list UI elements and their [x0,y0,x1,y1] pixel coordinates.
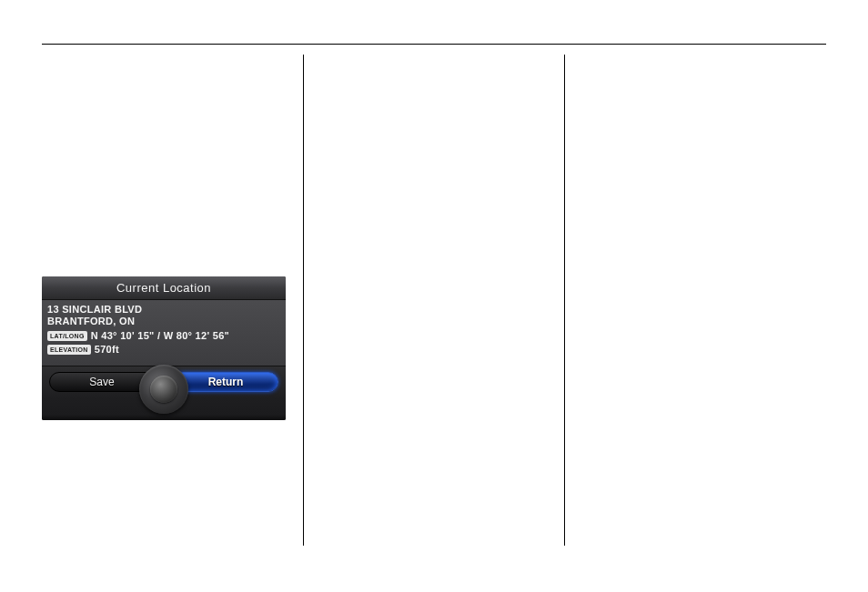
button-bar: Save Return [42,366,286,420]
latlong-row: LAT/LONG N 43° 10' 15" / W 80° 12' 56" [47,330,280,341]
elevation-label: ELEVATION [47,345,91,355]
horizontal-rule [42,44,826,45]
shadow-decoration [42,415,286,420]
column-divider [303,55,304,546]
screen-title: Current Location [42,276,286,300]
address-line-1: 13 SINCLAIR BLVD [47,304,280,316]
dial-knob-center [150,376,177,403]
column-divider [564,55,565,546]
latlong-value: N 43° 10' 15" / W 80° 12' 56" [91,330,229,341]
location-info-panel: 13 SINCLAIR BLVD BRANTFORD, ON LAT/LONG … [42,300,286,366]
navigation-screen: Current Location 13 SINCLAIR BLVD BRANTF… [42,276,286,420]
address-line-2: BRANTFORD, ON [47,316,280,327]
elevation-row: ELEVATION 570ft [47,344,280,355]
dial-knob[interactable] [139,365,188,414]
return-button[interactable]: Return [173,372,278,392]
latlong-label: LAT/LONG [47,331,87,341]
elevation-value: 570ft [95,344,119,355]
